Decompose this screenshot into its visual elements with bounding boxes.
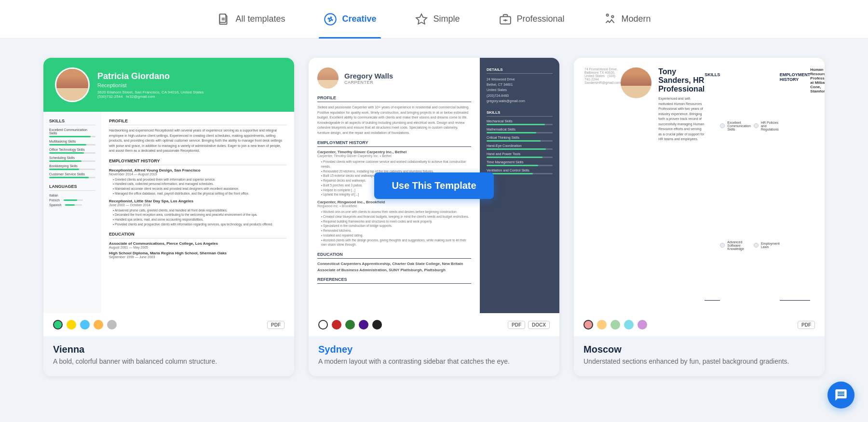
moscow-address-top: 74 Frumentosst Drive, Baltimore TX 40920…: [584, 67, 621, 301]
sydney-preview: Gregory Walls Carpenter Profile Skilled …: [309, 58, 559, 313]
nav-professional[interactable]: Professional: [494, 0, 570, 39]
moscow-swatch-2[interactable]: [610, 320, 620, 330]
vienna-main: Profile Hardworking and experienced Rece…: [101, 112, 294, 313]
vienna-footer: PDF: [43, 313, 294, 336]
sydney-footer: PDF DOCX: [309, 313, 559, 336]
svg-point-9: [611, 15, 613, 17]
vienna-swatch-0[interactable]: [53, 320, 63, 330]
vienna-template-card[interactable]: Patricia Giordano Receptionist 3620 Ella…: [43, 58, 294, 376]
nav-all-templates[interactable]: All templates: [212, 0, 290, 39]
sydney-desc: A modern layout with a contrasting sideb…: [318, 357, 550, 367]
sydney-hover-overlay[interactable]: Use This Template: [309, 58, 559, 313]
nav-simple[interactable]: Simple: [410, 0, 464, 39]
nav-professional-label: Professional: [517, 14, 565, 24]
sydney-swatch-3[interactable]: [359, 320, 368, 330]
vienna-info: Vienna A bold, colorful banner with bala…: [43, 336, 294, 376]
moscow-swatch-3[interactable]: [624, 320, 634, 330]
vienna-swatch-1[interactable]: [67, 320, 76, 330]
chat-button[interactable]: [827, 382, 854, 409]
vienna-desc: A bold, colorful banner with balanced co…: [53, 357, 285, 367]
creative-icon: [324, 13, 337, 26]
vienna-color-swatches: [53, 320, 117, 330]
moscow-photo: [621, 67, 651, 98]
vienna-person-name: Patricia Giordano: [97, 71, 283, 81]
moscow-swatch-4[interactable]: [637, 320, 647, 330]
nav-bar: All templates Creative Simple: [0, 0, 868, 39]
svg-point-3: [329, 18, 332, 20]
nav-creative[interactable]: Creative: [319, 0, 381, 39]
vienna-sidebar: Skills Excellent Communication Skills Mu…: [43, 112, 101, 313]
svg-marker-4: [417, 14, 427, 24]
sydney-docx-badge: DOCX: [528, 321, 550, 329]
moscow-pdf-badge: PDF: [798, 321, 815, 329]
moscow-top: Tony Sanders, HR Professional Experience…: [621, 67, 705, 299]
moscow-preview: 74 Frumentosst Drive, Baltimore TX 40920…: [574, 58, 825, 313]
vienna-body: Skills Excellent Communication Skills Mu…: [43, 112, 294, 313]
vienna-header: Patricia Giordano Receptionist 3620 Ella…: [43, 58, 294, 112]
simple-icon: [415, 13, 428, 26]
moscow-skills-grid: Excellent Communication Skills HR Polici…: [720, 67, 780, 303]
nav-all-templates-label: All templates: [235, 14, 285, 24]
sydney-info: Sydney A modern layout with a contrastin…: [309, 336, 559, 376]
vienna-photo: [55, 67, 90, 102]
nav-modern[interactable]: Modern: [598, 0, 656, 39]
vienna-preview: Patricia Giordano Receptionist 3620 Ella…: [43, 58, 294, 313]
file-icon: [217, 13, 231, 26]
template-grid: Patricia Giordano Receptionist 3620 Ella…: [0, 39, 868, 396]
moscow-info: Moscow Understated sections enhanced by …: [574, 336, 825, 376]
vienna-swatch-2[interactable]: [80, 320, 90, 330]
moscow-name: Moscow: [583, 344, 815, 355]
sydney-swatch-0[interactable]: [318, 320, 328, 330]
moscow-footer: PDF: [574, 313, 825, 336]
vienna-formats: PDF: [267, 321, 285, 329]
vienna-lang-heading: Languages: [49, 184, 95, 191]
moscow-color-swatches: [583, 320, 647, 330]
moscow-swatch-0[interactable]: [583, 320, 593, 330]
sydney-name: Sydney: [318, 344, 550, 355]
moscow-formats: PDF: [798, 321, 815, 329]
nav-creative-label: Creative: [342, 14, 376, 24]
nav-modern-label: Modern: [622, 14, 651, 24]
sydney-swatch-4[interactable]: [372, 320, 382, 330]
vienna-pdf-badge: PDF: [267, 321, 285, 329]
sydney-swatch-1[interactable]: [332, 320, 341, 330]
sydney-template-card[interactable]: Gregory Walls Carpenter Profile Skilled …: [309, 58, 559, 376]
sydney-swatch-2[interactable]: [345, 320, 355, 330]
nav-simple-label: Simple: [433, 14, 460, 24]
sydney-color-swatches: [318, 320, 382, 330]
vienna-name-block: Patricia Giordano Receptionist 3620 Ella…: [97, 71, 283, 99]
svg-point-8: [606, 14, 608, 16]
moscow-template-card[interactable]: 74 Frumentosst Drive, Baltimore TX 40920…: [574, 58, 825, 376]
use-template-button[interactable]: Use This Template: [374, 172, 493, 199]
vienna-name: Vienna: [53, 344, 285, 355]
moscow-person-name: Tony Sanders, HR Professional: [658, 67, 705, 93]
vienna-person-contact: 3620 Ellahorn Street, San Francisco, CA …: [97, 90, 283, 99]
sydney-pdf-badge: PDF: [508, 321, 525, 329]
moscow-desc: Understated sections enhanced by fun, pa…: [583, 357, 815, 367]
modern-icon: [603, 13, 617, 26]
moscow-swatch-1[interactable]: [597, 320, 607, 330]
vienna-skills-heading: Skills: [49, 119, 95, 125]
vienna-person-title: Receptionist: [97, 82, 283, 88]
vienna-swatch-4[interactable]: [107, 320, 117, 330]
sydney-formats: PDF DOCX: [508, 321, 550, 329]
professional-icon: [499, 13, 512, 26]
vienna-swatch-3[interactable]: [94, 320, 103, 330]
